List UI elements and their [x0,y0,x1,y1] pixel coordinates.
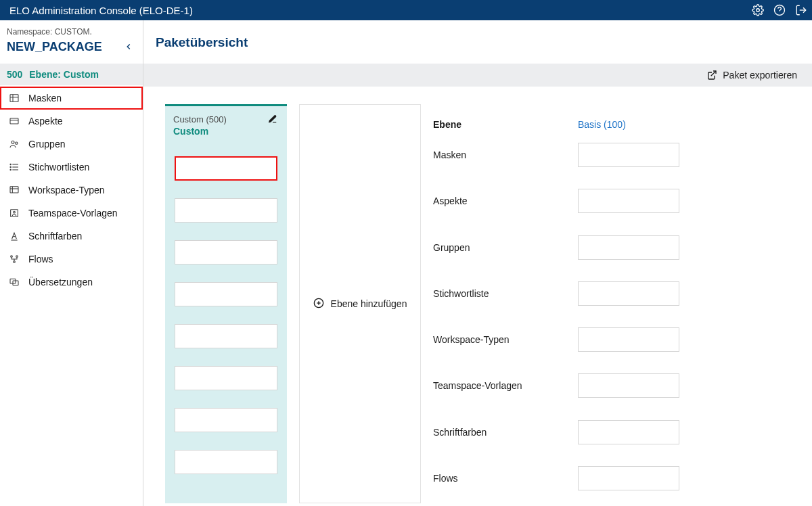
namespace-label: Namespace: CUSTOM. [0,20,143,37]
basis-cell[interactable] [578,273,679,315]
custom-box [175,324,277,348]
sidebar-item-uebersetzungen[interactable]: Übersetzungen [0,271,143,294]
basis-cell[interactable] [578,411,679,453]
custom-cell[interactable] [173,147,279,189]
custom-cell[interactable] [173,231,279,273]
add-level-column[interactable]: Ebene hinzufügen [299,104,421,503]
sidebar-item-stichwortlisten[interactable]: Stichwortlisten [0,156,143,179]
row-label: Aspekte [433,180,566,222]
masken-icon [8,92,20,104]
sidebar-item-aspekte[interactable]: Aspekte [0,110,143,133]
basis-cell[interactable] [578,134,679,176]
add-level-label: Ebene hinzufügen [331,298,407,309]
row-label: Flows [433,457,566,499]
basis-box [578,373,679,398]
main-area: Paketübersicht Paket exportieren Ebene B… [143,20,812,506]
svg-point-10 [16,142,18,144]
custom-box [175,156,277,181]
basis-box [578,466,679,490]
sidebar-item-gruppen[interactable]: Gruppen [0,133,143,156]
edit-level-icon[interactable] [268,114,277,126]
teamspace-vorlagen-icon [8,207,20,219]
sidebar-item-schriftfarben[interactable]: Schriftfarben [0,225,143,248]
custom-cell[interactable] [173,441,279,483]
export-icon [706,70,717,80]
svg-line-29 [711,71,716,76]
svg-point-26 [14,261,16,263]
export-bar[interactable]: Paket exportieren [143,64,812,87]
level-name: Ebene: Custom [29,69,99,80]
basis-cell[interactable] [578,365,679,407]
page-title: Paketübersicht [143,20,812,64]
sidebar-item-label: Übersetzungen [28,277,93,288]
level-number: 500 [7,69,22,80]
export-label: Paket exportieren [723,70,797,80]
custom-cell[interactable] [173,273,279,315]
svg-point-25 [16,256,18,258]
app-title: ELO Administration Console (ELO-DE-1) [9,5,193,16]
basis-cell[interactable] [578,319,679,361]
sidebar: Namespace: CUSTOM. NEW_PACKAGE 500 Ebene… [0,20,143,506]
custom-cell[interactable] [173,315,279,357]
stichwortlisten-icon [8,161,20,173]
svg-point-21 [14,211,16,213]
level-indicator: 500 Ebene: Custom [0,64,143,85]
custom-box [175,240,277,264]
row-label: Gruppen [433,227,566,269]
help-icon[interactable] [769,0,790,20]
sidebar-item-label: Stichwortlisten [28,162,89,172]
row-label: Workspace-Typen [433,319,566,361]
basis-cell[interactable] [578,180,679,222]
column-header-basis[interactable]: Basis (100) [578,104,679,134]
back-button[interactable] [121,39,136,54]
topbar: ELO Administration Console (ELO-DE-1) [0,0,812,20]
svg-point-24 [11,256,13,258]
plus-circle-icon [313,298,324,310]
sidebar-item-flows[interactable]: Flows [0,248,143,271]
row-label: Teamspace-Vorlagen [433,365,566,407]
sidebar-item-label: Teamspace-Vorlagen [28,208,118,218]
basis-box [578,327,679,352]
custom-cell[interactable] [173,399,279,441]
custom-cell[interactable] [173,189,279,231]
custom-level-badge: Custom (500) [173,114,279,124]
basis-cell[interactable] [578,457,679,499]
custom-box [175,366,277,390]
svg-point-14 [10,164,11,164]
svg-rect-4 [10,95,18,102]
svg-point-9 [12,141,14,143]
basis-box [578,235,679,260]
aspekte-icon [8,115,20,127]
svg-point-15 [10,166,11,167]
custom-box [175,198,277,223]
flows-icon [8,253,20,265]
sidebar-item-label: Masken [28,93,62,104]
sidebar-item-label: Aspekte [28,116,63,127]
package-name: NEW_PACKAGE [7,40,121,54]
workspace-typen-icon [8,184,20,196]
custom-cell[interactable] [173,357,279,399]
basis-box [578,189,679,213]
basis-box [578,143,679,167]
svg-point-16 [10,169,11,170]
sidebar-item-workspace-typen[interactable]: Workspace-Typen [0,179,143,202]
sidebar-item-masken[interactable]: Masken [0,87,143,110]
column-header-ebene: Ebene [433,104,566,134]
basis-box [578,281,679,306]
basis-cell[interactable] [578,227,679,269]
svg-rect-17 [10,187,18,193]
svg-rect-7 [10,118,18,124]
sidebar-item-teamspace-vorlagen[interactable]: Teamspace-Vorlagen [0,202,143,225]
settings-icon[interactable] [747,0,769,20]
gruppen-icon [8,138,20,150]
schriftfarben-icon [8,230,20,242]
uebersetzungen-icon [8,276,20,288]
sidebar-item-label: Flows [28,254,53,264]
logout-icon[interactable] [790,0,812,20]
row-label: Schriftfarben [433,411,566,453]
custom-box [175,450,277,474]
overview-grid: Ebene Basis (100) Custom (500) Custom Eb… [165,104,800,503]
row-label: Masken [433,134,566,176]
custom-box [175,282,277,306]
svg-point-0 [757,9,760,12]
